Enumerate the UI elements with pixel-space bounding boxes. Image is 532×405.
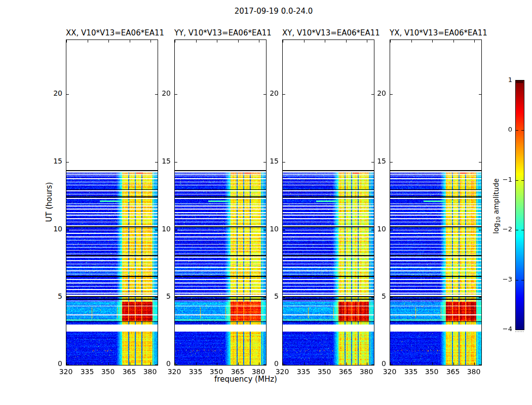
y-tick-label: 0 <box>256 359 279 368</box>
y-tick-label: 5 <box>148 292 171 300</box>
colorbar-tick-mark <box>521 280 524 280</box>
y-tick-label: 10 <box>256 225 279 233</box>
x-tick-label: 335 <box>292 368 315 376</box>
y-tick-label: 10 <box>40 225 62 233</box>
colorbar-top-hatch <box>522 80 523 83</box>
x-tick-label: 380 <box>463 368 485 376</box>
y-tick-label: 20 <box>256 89 279 97</box>
y-tick-mark <box>66 230 69 230</box>
x-tick-label: 335 <box>400 368 422 376</box>
x-tick-mark <box>196 40 197 43</box>
x-tick-label: 365 <box>226 368 249 376</box>
y-tick-mark <box>390 94 393 95</box>
colorbar-top-hatch <box>520 80 521 83</box>
colorbar-top-hatch <box>521 80 522 83</box>
y-tick-label: 5 <box>256 292 279 300</box>
x-axis-label: frequency (MHz) <box>214 375 277 384</box>
x-tick-mark <box>283 40 283 43</box>
x-tick-mark <box>390 40 391 43</box>
y-tick-mark <box>66 94 69 95</box>
y-tick-mark <box>479 230 481 230</box>
y-tick-mark <box>283 230 285 230</box>
x-tick-mark <box>453 40 454 43</box>
figure-title: 2017-09-19 0.0-24.0 <box>235 7 313 16</box>
y-tick-label: 15 <box>363 157 386 165</box>
x-tick-label: 380 <box>355 368 377 376</box>
y-axis-label: UT (hours) <box>45 182 54 222</box>
x-tick-label: 320 <box>378 368 401 376</box>
x-tick-label: 320 <box>271 368 293 376</box>
colorbar-tick-mark <box>516 280 518 280</box>
x-tick-mark <box>304 40 305 43</box>
y-tick-label: 10 <box>148 225 171 233</box>
x-tick-label: 335 <box>76 368 98 376</box>
spectrogram-yy <box>175 40 266 365</box>
y-tick-mark <box>175 297 177 298</box>
y-tick-label: 20 <box>363 89 386 97</box>
x-tick-mark <box>130 40 130 43</box>
x-tick-mark <box>432 40 433 43</box>
colorbar-label-subscript: 10 <box>496 217 501 223</box>
panel-title-xx: XX, V10*V13=EA06*EA11 <box>66 28 157 37</box>
y-tick-mark <box>283 364 285 365</box>
colorbar-underflow-dots <box>515 331 524 332</box>
y-tick-mark <box>175 94 177 95</box>
panel-title-xy: XY, V10*V13=EA06*EA11 <box>282 28 373 37</box>
x-tick-mark <box>325 362 325 365</box>
x-tick-mark <box>238 40 239 43</box>
panel-title-yy: YY, V10*V13=EA06*EA11 <box>174 28 265 37</box>
y-tick-label: 0 <box>40 359 62 368</box>
y-tick-mark <box>66 364 69 365</box>
colorbar-tick-mark <box>521 180 524 181</box>
panel-xx <box>66 39 158 366</box>
colorbar-top-hatch <box>518 80 519 83</box>
x-tick-mark <box>474 362 475 365</box>
y-tick-mark <box>283 94 285 95</box>
y-tick-mark <box>66 162 69 163</box>
x-tick-label: 350 <box>205 368 227 376</box>
y-tick-mark <box>390 364 393 365</box>
colorbar-tick-mark <box>516 130 518 131</box>
x-tick-mark <box>88 362 88 365</box>
y-tick-label: 15 <box>40 157 62 165</box>
colorbar <box>515 80 524 330</box>
colorbar-tick-mark <box>516 230 518 230</box>
panel-title-yx: YX, V10*V13=EA06*EA11 <box>390 28 481 37</box>
colorbar-top-hatch <box>519 80 520 83</box>
x-tick-mark <box>411 40 412 43</box>
colorbar-tick-label: −4 <box>491 325 512 333</box>
colorbar-top-hatch <box>516 80 517 83</box>
y-tick-label: 20 <box>40 89 62 97</box>
x-tick-label: 380 <box>139 368 161 376</box>
x-tick-mark <box>346 362 347 365</box>
panel-yy <box>174 39 267 366</box>
x-tick-label: 365 <box>118 368 140 376</box>
y-tick-label: 10 <box>363 225 386 233</box>
y-tick-mark <box>479 364 481 365</box>
x-tick-mark <box>88 40 88 43</box>
y-tick-label: 0 <box>363 359 386 368</box>
y-tick-mark <box>390 162 393 163</box>
y-tick-mark <box>283 162 285 163</box>
x-tick-label: 350 <box>313 368 335 376</box>
y-tick-label: 15 <box>148 157 171 165</box>
y-tick-label: 20 <box>148 89 171 97</box>
y-tick-mark <box>175 230 177 230</box>
colorbar-tick-label: −3 <box>491 275 512 283</box>
y-tick-mark <box>479 94 481 95</box>
x-tick-label: 365 <box>442 368 464 376</box>
x-tick-mark <box>367 40 367 43</box>
y-tick-mark <box>175 364 177 365</box>
x-tick-mark <box>259 40 259 43</box>
x-tick-mark <box>66 40 67 43</box>
y-tick-mark <box>66 297 69 298</box>
x-tick-label: 320 <box>55 368 77 376</box>
y-tick-label: 0 <box>148 359 171 368</box>
spectrogram-xx <box>66 40 158 365</box>
x-tick-mark <box>217 362 217 365</box>
x-tick-mark <box>108 40 109 43</box>
x-tick-mark <box>325 40 325 43</box>
colorbar-tick-label: −2 <box>491 225 512 233</box>
y-tick-mark <box>479 297 481 298</box>
x-tick-mark <box>411 362 412 365</box>
